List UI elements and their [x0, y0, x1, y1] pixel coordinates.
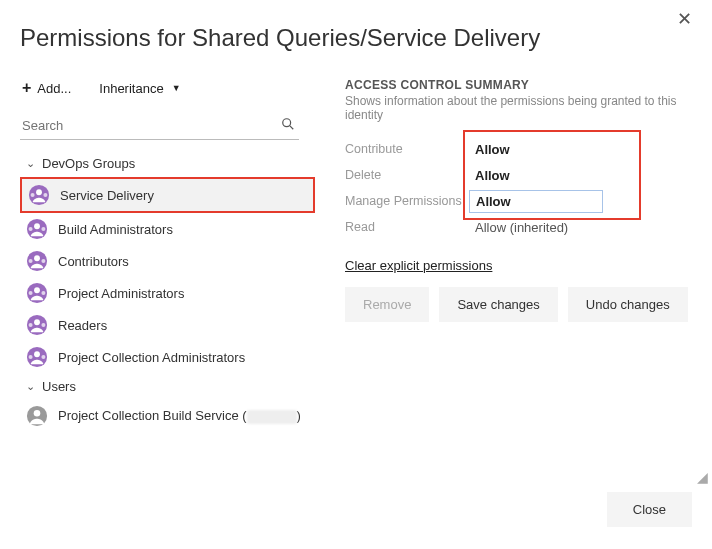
perm-label: Delete — [345, 168, 469, 182]
perm-row-delete: Delete Allow — [345, 162, 692, 188]
perm-label: Read — [345, 220, 469, 234]
identity-label: Build Administrators — [58, 222, 173, 237]
redacted-text — [247, 410, 297, 424]
identity-label: Project Administrators — [58, 286, 184, 301]
svg-point-4 — [31, 193, 35, 197]
identity-build-service[interactable]: Project Collection Build Service () — [20, 400, 315, 432]
svg-point-17 — [41, 291, 45, 295]
identity-label: Readers — [58, 318, 107, 333]
svg-line-1 — [290, 126, 293, 129]
svg-point-20 — [29, 323, 33, 327]
close-icon[interactable]: ✕ — [671, 6, 698, 32]
inheritance-label: Inheritance — [99, 81, 163, 96]
user-icon — [26, 405, 48, 427]
svg-point-16 — [29, 291, 33, 295]
svg-point-23 — [34, 351, 40, 357]
svg-point-19 — [34, 319, 40, 325]
acs-subtitle: Shows information about the permissions … — [345, 94, 692, 122]
svg-point-7 — [34, 223, 40, 229]
identity-label: Project Collection Build Service () — [58, 408, 301, 424]
svg-point-11 — [34, 255, 40, 261]
svg-point-8 — [29, 227, 33, 231]
svg-point-12 — [29, 259, 33, 263]
perm-row-contribute: Contribute Allow — [345, 136, 692, 162]
undo-changes-button[interactable]: Undo changes — [568, 287, 688, 322]
svg-point-13 — [41, 259, 45, 263]
clear-permissions-link[interactable]: Clear explicit permissions — [345, 258, 492, 273]
group-icon — [26, 346, 48, 368]
svg-point-0 — [283, 119, 291, 127]
svg-point-21 — [41, 323, 45, 327]
chevron-down-icon: ⌄ — [26, 380, 36, 393]
identity-label: Project Collection Administrators — [58, 350, 245, 365]
add-label: Add... — [37, 81, 71, 96]
chevron-down-icon: ▼ — [172, 83, 181, 93]
svg-point-27 — [34, 410, 41, 417]
chevron-down-icon: ⌄ — [26, 157, 36, 170]
group-icon — [28, 184, 50, 206]
perm-value-dropdown[interactable]: Allow — [469, 190, 603, 213]
dialog-title: Permissions for Shared Queries/Service D… — [20, 24, 712, 52]
identity-label: Contributors — [58, 254, 129, 269]
save-changes-button[interactable]: Save changes — [439, 287, 557, 322]
perm-value-dropdown[interactable]: Allow — [469, 166, 516, 185]
svg-point-5 — [43, 193, 47, 197]
svg-point-25 — [41, 355, 45, 359]
perm-row-manage: Manage Permissions Allow — [345, 188, 692, 214]
remove-button[interactable]: Remove — [345, 287, 429, 322]
perm-row-read: Read Allow (inherited) — [345, 214, 692, 240]
group-header-devops[interactable]: ⌄ DevOps Groups — [20, 150, 315, 177]
svg-point-24 — [29, 355, 33, 359]
close-button[interactable]: Close — [607, 492, 692, 527]
identity-contributors[interactable]: Contributors — [20, 245, 315, 277]
identity-readers[interactable]: Readers — [20, 309, 315, 341]
svg-point-15 — [34, 287, 40, 293]
group-icon — [26, 314, 48, 336]
acs-title: ACCESS CONTROL SUMMARY — [345, 78, 692, 92]
perm-label: Contribute — [345, 142, 469, 156]
identity-proj-coll-admins[interactable]: Project Collection Administrators — [20, 341, 315, 373]
group-icon — [26, 250, 48, 272]
svg-point-9 — [41, 227, 45, 231]
plus-icon: + — [22, 80, 31, 96]
perm-label: Manage Permissions — [345, 194, 469, 208]
search-input[interactable] — [20, 112, 299, 139]
search-icon — [281, 117, 295, 134]
identity-label: Service Delivery — [60, 188, 154, 203]
identity-panel: + Add... Inheritance ▼ ⌄ DevOps Groups — [0, 76, 315, 432]
group-icon — [26, 282, 48, 304]
group-icon — [26, 218, 48, 240]
perm-value-dropdown[interactable]: Allow — [469, 140, 516, 159]
resize-grip-icon[interactable]: ◢ — [697, 469, 708, 485]
permissions-panel: ACCESS CONTROL SUMMARY Shows information… — [315, 76, 712, 322]
perm-value-dropdown[interactable]: Allow (inherited) — [469, 218, 574, 237]
svg-point-3 — [36, 189, 42, 195]
group-header-users[interactable]: ⌄ Users — [20, 373, 315, 400]
inheritance-dropdown[interactable]: Inheritance ▼ — [97, 77, 182, 100]
search-input-wrap — [20, 112, 299, 140]
identity-service-delivery[interactable]: Service Delivery — [20, 177, 315, 213]
identity-build-admins[interactable]: Build Administrators — [20, 213, 315, 245]
identity-project-admins[interactable]: Project Administrators — [20, 277, 315, 309]
add-button[interactable]: + Add... — [20, 76, 73, 100]
